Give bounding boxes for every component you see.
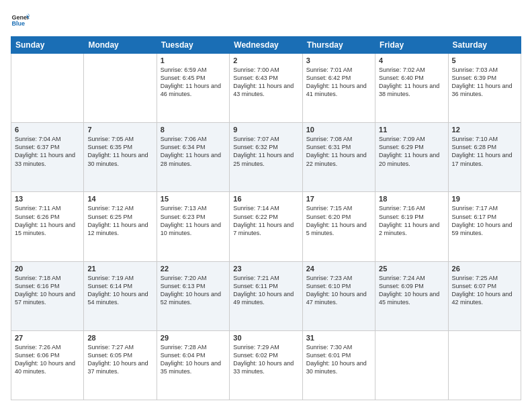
day-number: 9 xyxy=(233,126,298,134)
day-info: Sunrise: 7:30 AM Sunset: 6:01 PM Dayligh… xyxy=(306,343,371,376)
day-info: Sunrise: 7:01 AM Sunset: 6:42 PM Dayligh… xyxy=(306,66,371,99)
day-number: 27 xyxy=(15,334,80,342)
day-info: Sunrise: 7:13 AM Sunset: 6:23 PM Dayligh… xyxy=(161,204,226,237)
day-info: Sunrise: 7:15 AM Sunset: 6:20 PM Dayligh… xyxy=(306,204,371,237)
day-info: Sunrise: 7:07 AM Sunset: 6:32 PM Dayligh… xyxy=(233,135,298,168)
day-number: 23 xyxy=(233,265,298,273)
day-number: 28 xyxy=(87,334,152,342)
day-number: 29 xyxy=(161,334,226,342)
day-number: 15 xyxy=(161,195,226,203)
day-info: Sunrise: 7:11 AM Sunset: 6:26 PM Dayligh… xyxy=(15,204,80,237)
week-row-2: 6Sunrise: 7:04 AM Sunset: 6:37 PM Daylig… xyxy=(11,123,521,192)
day-cell: 9Sunrise: 7:07 AM Sunset: 6:32 PM Daylig… xyxy=(230,123,302,192)
day-info: Sunrise: 7:17 AM Sunset: 6:17 PM Dayligh… xyxy=(452,204,517,237)
day-cell: 5Sunrise: 7:03 AM Sunset: 6:39 PM Daylig… xyxy=(448,54,521,123)
day-info: Sunrise: 7:05 AM Sunset: 6:35 PM Dayligh… xyxy=(87,135,152,168)
weekday-header-thursday: Thursday xyxy=(302,37,375,54)
day-cell: 27Sunrise: 7:26 AM Sunset: 6:06 PM Dayli… xyxy=(11,330,84,400)
day-info: Sunrise: 6:59 AM Sunset: 6:45 PM Dayligh… xyxy=(161,66,226,99)
day-number: 17 xyxy=(306,195,371,203)
day-number: 18 xyxy=(379,195,444,203)
day-info: Sunrise: 7:06 AM Sunset: 6:34 PM Dayligh… xyxy=(161,135,226,168)
day-cell: 1Sunrise: 6:59 AM Sunset: 6:45 PM Daylig… xyxy=(157,54,229,123)
day-number: 24 xyxy=(306,265,371,273)
day-number: 11 xyxy=(379,126,444,134)
day-number: 22 xyxy=(161,265,226,273)
day-number: 7 xyxy=(87,126,152,134)
day-info: Sunrise: 7:23 AM Sunset: 6:10 PM Dayligh… xyxy=(306,274,371,307)
day-cell: 13Sunrise: 7:11 AM Sunset: 6:26 PM Dayli… xyxy=(11,192,84,261)
day-number: 12 xyxy=(452,126,517,134)
day-cell: 7Sunrise: 7:05 AM Sunset: 6:35 PM Daylig… xyxy=(84,123,157,192)
day-number: 31 xyxy=(306,334,371,342)
day-cell: 4Sunrise: 7:02 AM Sunset: 6:40 PM Daylig… xyxy=(375,54,448,123)
weekday-header-row: SundayMondayTuesdayWednesdayThursdayFrid… xyxy=(11,37,521,54)
day-cell: 25Sunrise: 7:24 AM Sunset: 6:09 PM Dayli… xyxy=(375,261,448,330)
day-info: Sunrise: 7:19 AM Sunset: 6:14 PM Dayligh… xyxy=(87,274,152,307)
day-cell: 19Sunrise: 7:17 AM Sunset: 6:17 PM Dayli… xyxy=(448,192,521,261)
week-row-3: 13Sunrise: 7:11 AM Sunset: 6:26 PM Dayli… xyxy=(11,192,521,261)
day-cell: 30Sunrise: 7:29 AM Sunset: 6:02 PM Dayli… xyxy=(230,330,302,400)
weekday-header-tuesday: Tuesday xyxy=(157,37,229,54)
day-info: Sunrise: 7:14 AM Sunset: 6:22 PM Dayligh… xyxy=(233,204,298,237)
day-number: 19 xyxy=(452,195,517,203)
day-info: Sunrise: 7:20 AM Sunset: 6:13 PM Dayligh… xyxy=(161,274,226,307)
day-cell: 10Sunrise: 7:08 AM Sunset: 6:31 PM Dayli… xyxy=(302,123,375,192)
weekday-header-friday: Friday xyxy=(375,37,448,54)
day-number: 3 xyxy=(306,56,371,64)
day-cell: 29Sunrise: 7:28 AM Sunset: 6:04 PM Dayli… xyxy=(157,330,229,400)
day-number: 26 xyxy=(452,265,517,273)
day-info: Sunrise: 7:04 AM Sunset: 6:37 PM Dayligh… xyxy=(15,135,80,168)
day-info: Sunrise: 7:18 AM Sunset: 6:16 PM Dayligh… xyxy=(15,274,80,307)
day-number: 2 xyxy=(233,56,298,64)
day-cell: 17Sunrise: 7:15 AM Sunset: 6:20 PM Dayli… xyxy=(302,192,375,261)
day-cell: 15Sunrise: 7:13 AM Sunset: 6:23 PM Dayli… xyxy=(157,192,229,261)
calendar-table: SundayMondayTuesdayWednesdayThursdayFrid… xyxy=(11,36,521,400)
day-info: Sunrise: 7:12 AM Sunset: 6:25 PM Dayligh… xyxy=(87,204,152,237)
week-row-5: 27Sunrise: 7:26 AM Sunset: 6:06 PM Dayli… xyxy=(11,330,521,400)
weekday-header-sunday: Sunday xyxy=(11,37,84,54)
weekday-header-monday: Monday xyxy=(84,37,157,54)
day-info: Sunrise: 7:10 AM Sunset: 6:28 PM Dayligh… xyxy=(452,135,517,168)
day-cell xyxy=(375,330,448,400)
day-number: 20 xyxy=(15,265,80,273)
day-number: 8 xyxy=(161,126,226,134)
weekday-header-wednesday: Wednesday xyxy=(230,37,302,54)
day-number: 25 xyxy=(379,265,444,273)
day-cell: 6Sunrise: 7:04 AM Sunset: 6:37 PM Daylig… xyxy=(11,123,84,192)
week-row-1: 1Sunrise: 6:59 AM Sunset: 6:45 PM Daylig… xyxy=(11,54,521,123)
day-cell: 2Sunrise: 7:00 AM Sunset: 6:43 PM Daylig… xyxy=(230,54,302,123)
svg-text:Blue: Blue xyxy=(11,20,25,27)
day-cell: 21Sunrise: 7:19 AM Sunset: 6:14 PM Dayli… xyxy=(84,261,157,330)
day-info: Sunrise: 7:21 AM Sunset: 6:11 PM Dayligh… xyxy=(233,274,298,307)
day-info: Sunrise: 7:16 AM Sunset: 6:19 PM Dayligh… xyxy=(379,204,444,237)
day-number: 6 xyxy=(15,126,80,134)
day-cell: 28Sunrise: 7:27 AM Sunset: 6:05 PM Dayli… xyxy=(84,330,157,400)
day-info: Sunrise: 7:29 AM Sunset: 6:02 PM Dayligh… xyxy=(233,343,298,376)
day-cell: 23Sunrise: 7:21 AM Sunset: 6:11 PM Dayli… xyxy=(230,261,302,330)
day-cell: 8Sunrise: 7:06 AM Sunset: 6:34 PM Daylig… xyxy=(157,123,229,192)
day-info: Sunrise: 7:00 AM Sunset: 6:43 PM Dayligh… xyxy=(233,66,298,99)
day-info: Sunrise: 7:09 AM Sunset: 6:29 PM Dayligh… xyxy=(379,135,444,168)
day-number: 21 xyxy=(87,265,152,273)
week-row-4: 20Sunrise: 7:18 AM Sunset: 6:16 PM Dayli… xyxy=(11,261,521,330)
day-cell: 3Sunrise: 7:01 AM Sunset: 6:42 PM Daylig… xyxy=(302,54,375,123)
day-number: 30 xyxy=(233,334,298,342)
day-info: Sunrise: 7:28 AM Sunset: 6:04 PM Dayligh… xyxy=(161,343,226,376)
day-info: Sunrise: 7:27 AM Sunset: 6:05 PM Dayligh… xyxy=(87,343,152,376)
day-info: Sunrise: 7:24 AM Sunset: 6:09 PM Dayligh… xyxy=(379,274,444,307)
day-cell xyxy=(448,330,521,400)
day-cell: 20Sunrise: 7:18 AM Sunset: 6:16 PM Dayli… xyxy=(11,261,84,330)
day-number: 5 xyxy=(452,56,517,64)
day-cell: 11Sunrise: 7:09 AM Sunset: 6:29 PM Dayli… xyxy=(375,123,448,192)
header: General Blue xyxy=(11,11,521,30)
logo: General Blue xyxy=(11,11,32,30)
day-number: 16 xyxy=(233,195,298,203)
day-cell: 22Sunrise: 7:20 AM Sunset: 6:13 PM Dayli… xyxy=(157,261,229,330)
day-number: 1 xyxy=(161,56,226,64)
day-cell: 31Sunrise: 7:30 AM Sunset: 6:01 PM Dayli… xyxy=(302,330,375,400)
day-info: Sunrise: 7:25 AM Sunset: 6:07 PM Dayligh… xyxy=(452,274,517,307)
day-cell: 18Sunrise: 7:16 AM Sunset: 6:19 PM Dayli… xyxy=(375,192,448,261)
day-cell: 26Sunrise: 7:25 AM Sunset: 6:07 PM Dayli… xyxy=(448,261,521,330)
day-number: 14 xyxy=(87,195,152,203)
